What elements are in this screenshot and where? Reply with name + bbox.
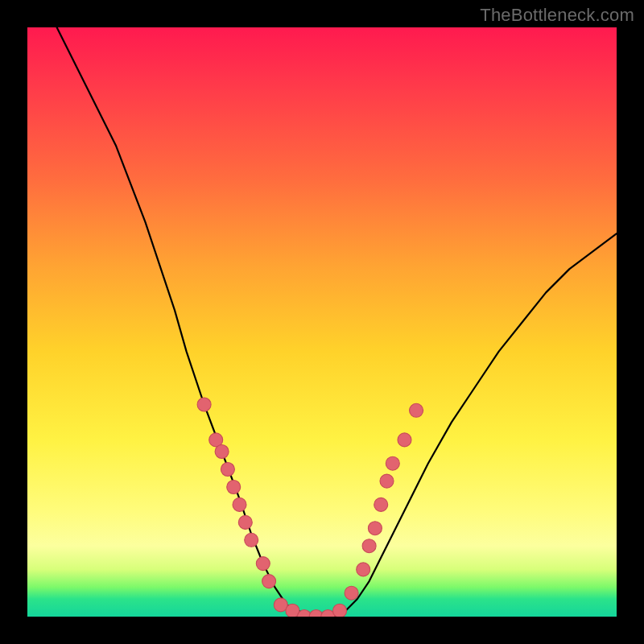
data-point [357,563,370,576]
data-point [410,403,423,417]
data-point [333,604,347,617]
data-point [368,522,382,535]
bottleneck-curve [57,27,617,617]
watermark-text: TheBottleneck.com [480,5,634,26]
data-point [345,586,358,600]
data-point [374,497,388,511]
data-point [221,463,234,477]
data-point [233,497,246,511]
data-point [380,474,394,488]
data-point [256,557,270,571]
data-point [197,398,211,411]
data-point [238,515,252,529]
data-point [227,481,241,494]
plot-area [27,27,617,617]
data-point [386,456,399,470]
data-points [197,398,423,617]
data-point [398,433,411,447]
data-point [362,539,376,553]
data-point [245,533,258,547]
plot-svg [27,27,617,617]
chart-frame: TheBottleneck.com [0,0,644,644]
data-point [215,445,229,459]
data-point [262,575,276,588]
